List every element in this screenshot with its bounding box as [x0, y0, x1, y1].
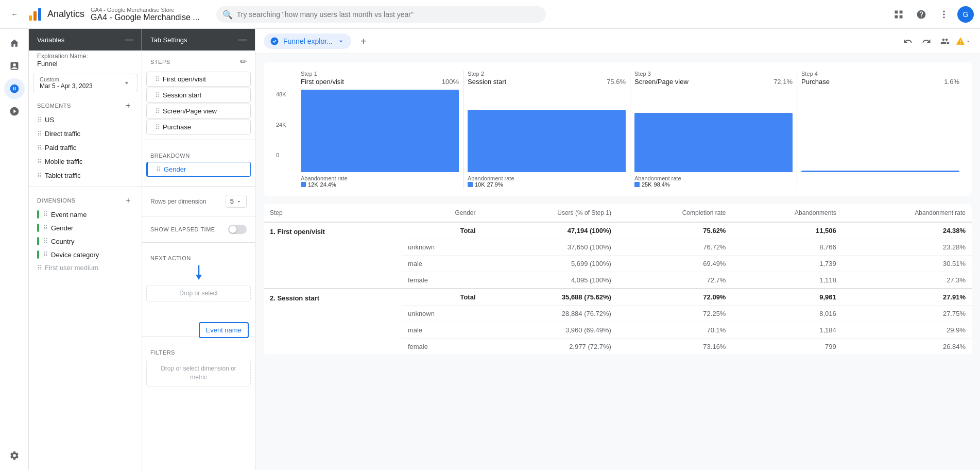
list-item[interactable]: ⠿ First user medium	[29, 261, 142, 274]
list-item[interactable]: ⠿ Tablet traffic	[29, 169, 142, 182]
search-icon: 🔍	[222, 9, 233, 19]
list-item[interactable]: ⠿ US	[29, 113, 142, 127]
list-item[interactable]: ⠿ Mobile traffic	[29, 155, 142, 169]
bar-container	[634, 90, 793, 172]
segments-header: SEGMENTS +	[29, 96, 142, 113]
undo-button[interactable]	[900, 33, 916, 49]
add-tab-button[interactable]: +	[355, 33, 372, 49]
rows-select[interactable]: 5	[226, 195, 247, 208]
abandon-count: 12K	[308, 181, 318, 188]
list-item[interactable]: ⠿ Purchase	[146, 120, 251, 135]
list-item[interactable]: ⠿ Direct traffic	[29, 127, 142, 141]
svg-point-8	[943, 13, 944, 15]
divider	[142, 216, 255, 216]
funnel-tab[interactable]: Funnel explor...	[264, 33, 351, 49]
edit-steps-button[interactable]: ✏	[240, 57, 247, 66]
breakdown-chip[interactable]: ⠿ Gender	[146, 162, 251, 177]
funnel-table: Step Gender Users (% of Step 1) Completi…	[264, 204, 972, 355]
list-item[interactable]: ⠿ Gender	[29, 221, 142, 234]
completion-cell: 69.49%	[617, 256, 732, 272]
more-icon-button[interactable]	[935, 5, 953, 24]
rows-per-dimension-label: Rows per dimension	[150, 198, 221, 205]
sidebar-settings-button[interactable]	[4, 445, 25, 466]
segment-label: Paid traffic	[45, 144, 76, 152]
segment-label: Mobile traffic	[45, 158, 82, 165]
tab-settings-panel-title: Tab Settings	[150, 36, 187, 44]
completion-cell: 73.16%	[617, 339, 732, 355]
step-name: Screen/Page view	[634, 78, 689, 86]
drag-handle-icon: ⠿	[43, 211, 48, 218]
dimensions-list: ⠿ Event name ⠿ Gender ⠿ Country ⠿ Device…	[29, 208, 142, 274]
add-segment-button[interactable]: +	[123, 100, 133, 111]
add-dimension-button[interactable]: +	[123, 195, 133, 206]
drag-handle-icon: ⠿	[155, 108, 160, 115]
sidebar-advertising-button[interactable]	[4, 101, 25, 122]
header-actions	[900, 33, 972, 49]
step-label: Purchase	[163, 123, 191, 131]
abandon-count: 10K	[475, 181, 485, 188]
elapsed-time-toggle[interactable]	[228, 225, 247, 234]
dimensions-header: DIMENSIONS +	[29, 191, 142, 208]
breakdown-label: BREAKDOWN	[142, 148, 255, 161]
next-action-label: NEXT ACTION	[142, 251, 255, 263]
list-item[interactable]: ⠿ Device category	[29, 248, 142, 261]
abandon-rate-cell: 27.3%	[843, 272, 972, 289]
list-item[interactable]: ⠿ Event name	[29, 208, 142, 221]
sidebar-home-button[interactable]	[4, 33, 25, 54]
users-cell: 37,650 (100%)	[482, 239, 617, 256]
list-item[interactable]: ⠿ Session start	[146, 88, 251, 103]
sidebar-reports-button[interactable]	[4, 56, 25, 76]
rows-value: 5	[230, 197, 234, 205]
nav-search: 🔍	[216, 6, 546, 23]
user-avatar[interactable]: G	[957, 6, 974, 23]
analytics-logo	[27, 6, 43, 23]
back-button[interactable]: ←	[6, 6, 23, 23]
dimension-label: Country	[51, 238, 75, 245]
step-num: Step 2	[468, 71, 626, 77]
list-item[interactable]: ⠿ First open/visit	[146, 72, 251, 87]
tab-settings-collapse-icon[interactable]: —	[238, 35, 247, 44]
gender-cell: male	[402, 256, 482, 272]
elapsed-time-label: SHOW ELAPSED TIME	[150, 226, 215, 232]
step-num: Step 1	[301, 71, 459, 77]
svg-point-12	[271, 38, 279, 45]
users-cell: 3,960 (69.49%)	[482, 322, 617, 339]
share-button[interactable]	[937, 33, 953, 49]
sidebar-explore-button[interactable]	[4, 78, 25, 99]
abandon-count: 25K	[642, 181, 652, 188]
bar-container	[301, 90, 459, 172]
abandon-dot	[468, 182, 473, 187]
drag-handle-icon: ⠿	[37, 130, 42, 138]
segment-label: Direct traffic	[45, 130, 80, 138]
variables-collapse-icon[interactable]: —	[125, 35, 133, 44]
search-input[interactable]	[216, 6, 546, 23]
date-range-selector[interactable]: Custom Mar 5 - Apr 3, 2023	[33, 74, 137, 92]
abandonment-label: Abandonment rate	[468, 175, 514, 181]
redo-button[interactable]	[918, 33, 935, 49]
step-label: Session start	[163, 91, 201, 99]
completion-cell: 76.72%	[617, 239, 732, 256]
drag-handle-icon: ⠿	[37, 116, 42, 124]
abandonment-info: Abandonment rate	[301, 175, 459, 181]
breakdown-value: Gender	[164, 165, 186, 173]
list-item[interactable]: ⠿ Screen/Page view	[146, 104, 251, 119]
abandon-rate-cell: 26.84%	[843, 339, 972, 355]
warning-button[interactable]	[955, 33, 972, 49]
chart-step-2: Step 2 Session start 75.6% Abandonment r…	[463, 71, 630, 188]
variables-panel: Variables — Exploration Name: Funnel Cus…	[29, 29, 142, 470]
svg-point-9	[943, 16, 944, 18]
next-action-drop-zone[interactable]: Drop or select	[146, 285, 251, 301]
divider	[142, 242, 255, 243]
list-item[interactable]: ⠿ Country	[29, 234, 142, 248]
users-cell: 2,977 (72.7%)	[482, 339, 617, 355]
tooltip-label: Event name	[199, 322, 249, 338]
step-name-pct: Session start 75.6%	[468, 78, 626, 86]
grid-icon-button[interactable]	[889, 5, 908, 24]
list-item[interactable]: ⠿ Paid traffic	[29, 141, 142, 155]
exploration-name-label: Exploration Name:	[37, 53, 133, 60]
back-icon: ←	[11, 10, 18, 18]
gender-cell: Total	[402, 289, 482, 306]
help-icon-button[interactable]	[912, 5, 931, 24]
next-action-arrow	[142, 263, 255, 283]
filters-drop-zone[interactable]: Drop or select dimension or metric	[146, 360, 251, 387]
